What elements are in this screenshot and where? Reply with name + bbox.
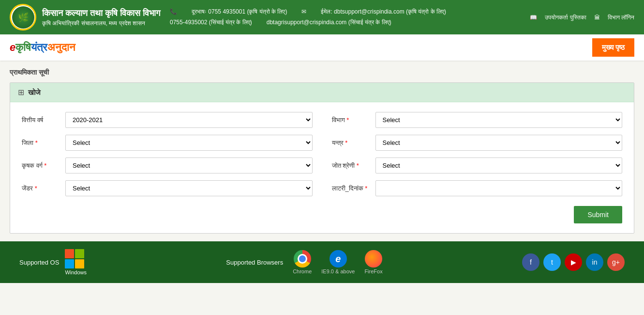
dept-label: विभाग * bbox=[332, 116, 371, 124]
phone-icon: 📞 bbox=[170, 7, 177, 17]
org-sub-name: कृषि अभियांत्रिकी संचालनालय, मध्य प्रदेश… bbox=[42, 19, 160, 28]
linkedin-button[interactable]: in bbox=[586, 253, 603, 271]
dept-login-link[interactable]: विभाग लॉगिन bbox=[608, 14, 634, 21]
gender-label: जेंडर * bbox=[22, 185, 60, 192]
district-select[interactable]: Select bbox=[65, 135, 313, 151]
os-label: Supported OS bbox=[19, 259, 59, 266]
land-category-label: जोत श्रेणी * bbox=[332, 162, 371, 170]
page-content: प्राथमिकता सूची ⊞ खोजे वित्तीय वर्ष 2020… bbox=[0, 61, 644, 241]
org-name: किसान कल्याण तथा कृषि विकास विभाग bbox=[42, 7, 160, 19]
login-icon: 🏛 bbox=[594, 14, 600, 21]
browser-firefox: FireFox bbox=[364, 250, 382, 274]
page-heading: प्राथमिकता सूची bbox=[10, 68, 634, 77]
header-contact: 📞 दूरभाषः 0755 4935001 (कृषि यंत्रो के ल… bbox=[160, 7, 530, 28]
gender-select[interactable]: Select bbox=[65, 180, 313, 196]
search-form: वित्तीय वर्ष 2020-2021 2019-2020 2021-20… bbox=[10, 102, 634, 233]
dept-required: * bbox=[346, 116, 349, 124]
financial-year-label: वित्तीय वर्ष bbox=[22, 116, 60, 124]
machine-select[interactable]: Select bbox=[375, 135, 623, 151]
email-label: ईमेल: dbtsupport@crispindia.com (कृषि यं… bbox=[321, 7, 446, 17]
win-quadrant-3 bbox=[65, 259, 74, 268]
brand-e: e bbox=[10, 41, 15, 53]
form-row-3: कृषक वर्ग * Select जोत श्रेणी * Select bbox=[22, 158, 622, 173]
lottery-date-select[interactable] bbox=[375, 180, 623, 196]
email2-label: dbtagrisupport@crispindia.com (सिंचाई यं… bbox=[267, 17, 391, 28]
browser-chrome: Chrome bbox=[293, 250, 312, 274]
brand-logo: eकृषियंत्रअनुदान bbox=[10, 41, 75, 54]
lottery-date-required: * bbox=[365, 185, 367, 192]
machine-label: यन्त्र * bbox=[332, 139, 371, 147]
brand-anudan: अनुदान bbox=[47, 41, 75, 53]
farmer-category-group: कृषक वर्ग * Select bbox=[22, 158, 313, 173]
phone-label: दूरभाषः 0755 4935001 (कृषि यंत्रो के लिए… bbox=[192, 7, 287, 17]
header-left: 🌿 किसान कल्याण तथा कृषि विकास विभाग कृषि… bbox=[10, 4, 160, 31]
land-category-required: * bbox=[357, 162, 359, 169]
search-box-title: खोजे bbox=[28, 88, 41, 97]
contact-row-2: 0755-4935002 (सिंचाई यंत्र के लिए) dbtag… bbox=[170, 17, 520, 28]
footer-social[interactable]: f t ▶ in g+ bbox=[522, 253, 625, 271]
footer-browsers-section: Supported Browsers Chrome e IE9.0 & abov… bbox=[226, 250, 382, 274]
gender-group: जेंडर * Select bbox=[22, 180, 313, 196]
windows-label: Windows bbox=[65, 269, 87, 275]
lottery-date-label: लाटरी_दिनांक * bbox=[332, 185, 371, 192]
windows-os: Windows bbox=[65, 249, 87, 275]
email-icon: ✉ bbox=[301, 7, 306, 17]
farmer-category-select[interactable]: Select bbox=[65, 158, 313, 173]
phone2-label: 0755-4935002 (सिंचाई यंत्र के लिए) bbox=[170, 17, 252, 28]
googleplus-button[interactable]: g+ bbox=[607, 253, 625, 271]
financial-year-select[interactable]: 2020-2021 2019-2020 2021-2022 bbox=[65, 112, 313, 128]
form-actions: Submit bbox=[22, 203, 622, 223]
header-title: किसान कल्याण तथा कृषि विकास विभाग कृषि अ… bbox=[42, 7, 160, 28]
district-label: जिला * bbox=[22, 139, 60, 147]
farmer-category-label: कृषक वर्ग * bbox=[22, 162, 60, 170]
brand-yantra: यंत्र bbox=[31, 41, 47, 53]
footer-os-section: Supported OS Windows bbox=[19, 249, 87, 275]
farmer-category-required: * bbox=[44, 162, 46, 169]
win-quadrant-4 bbox=[75, 259, 84, 268]
main-page-button[interactable]: मुख्य पृष्ठ bbox=[592, 38, 634, 57]
form-row-4: जेंडर * Select लाटरी_दिनांक * bbox=[22, 180, 622, 196]
financial-year-group: वित्तीय वर्ष 2020-2021 2019-2020 2021-20… bbox=[22, 112, 313, 128]
user-guide-link[interactable]: उपयोगकर्ता पुस्तिका bbox=[545, 14, 586, 21]
site-header: 🌿 किसान कल्याण तथा कृषि विकास विभाग कृषि… bbox=[0, 0, 644, 34]
chrome-label: Chrome bbox=[293, 268, 312, 274]
machine-required: * bbox=[345, 139, 347, 146]
nav-bar: eकृषियंत्रअनुदान मुख्य पृष्ठ bbox=[0, 34, 644, 61]
form-row-2: जिला * Select यन्त्र * Select bbox=[22, 135, 622, 151]
district-required: * bbox=[35, 139, 38, 146]
chrome-icon bbox=[294, 250, 311, 268]
dept-select[interactable]: Select bbox=[375, 112, 623, 128]
book-icon: 📖 bbox=[530, 14, 537, 21]
machine-group: यन्त्र * Select bbox=[332, 135, 623, 151]
land-category-select[interactable]: Select bbox=[375, 158, 623, 173]
form-row-1: वित्तीय वर्ष 2020-2021 2019-2020 2021-20… bbox=[22, 112, 622, 128]
lottery-date-group: लाटरी_दिनांक * bbox=[332, 180, 623, 196]
facebook-button[interactable]: f bbox=[522, 253, 539, 271]
windows-icon bbox=[65, 249, 84, 268]
search-box: ⊞ खोजे वित्तीय वर्ष 2020-2021 2019-2020 … bbox=[10, 82, 634, 234]
twitter-button[interactable]: t bbox=[543, 253, 561, 271]
grid-icon: ⊞ bbox=[18, 88, 24, 97]
win-quadrant-2 bbox=[75, 249, 84, 258]
contact-row-1: 📞 दूरभाषः 0755 4935001 (कृषि यंत्रो के ल… bbox=[170, 7, 520, 17]
browsers-label: Supported Browsers bbox=[226, 259, 283, 266]
district-group: जिला * Select bbox=[22, 135, 313, 151]
firefox-label: FireFox bbox=[364, 268, 382, 274]
ie-label: IE9.0 & above bbox=[321, 268, 355, 274]
org-logo: 🌿 bbox=[10, 4, 36, 31]
browser-ie: e IE9.0 & above bbox=[321, 250, 355, 274]
firefox-icon bbox=[365, 250, 382, 268]
dept-group: विभाग * Select bbox=[332, 112, 623, 128]
win-quadrant-1 bbox=[65, 249, 74, 258]
land-category-group: जोत श्रेणी * Select bbox=[332, 158, 623, 173]
header-right[interactable]: 📖 उपयोगकर्ता पुस्तिका 🏛 विभाग लॉगिन bbox=[530, 14, 634, 21]
gender-required: * bbox=[35, 185, 37, 192]
brand-krishi: कृषि bbox=[15, 41, 31, 53]
search-box-header: ⊞ खोजे bbox=[10, 83, 634, 102]
submit-button[interactable]: Submit bbox=[574, 206, 622, 223]
ie-icon: e bbox=[329, 250, 347, 268]
site-footer: Supported OS Windows Supported Browsers … bbox=[0, 241, 644, 283]
youtube-button[interactable]: ▶ bbox=[565, 253, 582, 271]
